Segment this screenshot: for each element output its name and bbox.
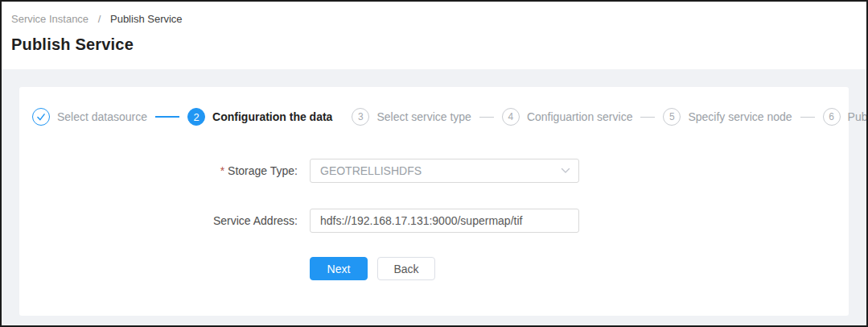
step-specify-service-node: 5 Specify service node bbox=[663, 108, 792, 126]
app-window: Service Instance / Publish Service Publi… bbox=[0, 0, 868, 327]
chevron-down-icon bbox=[561, 168, 570, 174]
step-connector bbox=[155, 116, 179, 118]
required-asterisk: * bbox=[220, 164, 224, 177]
step-configuration-the-data: 2 Configuration the data bbox=[187, 108, 332, 126]
page-header: Service Instance / Publish Service Publi… bbox=[2, 2, 866, 69]
storage-type-label-text: Storage Type: bbox=[228, 164, 298, 177]
step-number-2: 2 bbox=[187, 108, 205, 126]
breadcrumb-publish-service: Publish Service bbox=[110, 13, 183, 25]
next-button[interactable]: Next bbox=[310, 257, 368, 280]
step-connector bbox=[800, 117, 815, 118]
storage-type-label: *Storage Type: bbox=[19, 164, 310, 177]
step-connector bbox=[640, 117, 655, 118]
step-select-datasource: Select datasource bbox=[32, 108, 147, 126]
service-address-label: Service Address: bbox=[19, 214, 310, 227]
step-select-service-type: 3 Select service type bbox=[352, 108, 471, 126]
page-title: Publish Service bbox=[11, 35, 866, 54]
step-number-6: 6 bbox=[823, 108, 841, 126]
step-label-configuartion-service: Configuartion service bbox=[527, 110, 633, 123]
publish-wizard-card: Select datasource 2 Configuration the da… bbox=[19, 87, 849, 316]
form-actions: Next Back bbox=[310, 257, 849, 280]
configuration-form: *Storage Type: GEOTRELLISHDFS bbox=[19, 159, 849, 280]
step-label-select-service-type: Select service type bbox=[376, 110, 471, 123]
step-label-configuration-the-data: Configuration the data bbox=[212, 110, 332, 123]
service-address-row: Service Address: bbox=[19, 209, 849, 233]
breadcrumb: Service Instance / Publish Service bbox=[2, 2, 866, 25]
step-publish: 6 Publish bbox=[823, 108, 868, 126]
check-icon bbox=[32, 108, 50, 126]
service-address-label-text: Service Address: bbox=[213, 214, 298, 227]
storage-type-select[interactable]: GEOTRELLISHDFS bbox=[310, 159, 579, 183]
step-label-select-datasource: Select datasource bbox=[57, 110, 147, 123]
step-number-3: 3 bbox=[352, 108, 369, 126]
wizard-stepper: Select datasource 2 Configuration the da… bbox=[19, 87, 849, 126]
step-configuartion-service: 4 Configuartion service bbox=[502, 108, 633, 126]
breadcrumb-separator: / bbox=[98, 13, 101, 25]
breadcrumb-service-instance[interactable]: Service Instance bbox=[11, 13, 88, 25]
step-number-5: 5 bbox=[663, 108, 681, 126]
step-label-publish: Publish bbox=[848, 110, 868, 123]
storage-type-selected-value: GEOTRELLISHDFS bbox=[320, 164, 561, 177]
step-number-4: 4 bbox=[502, 108, 520, 126]
storage-type-row: *Storage Type: GEOTRELLISHDFS bbox=[19, 159, 849, 183]
page-body: Select datasource 2 Configuration the da… bbox=[2, 69, 866, 325]
step-label-specify-service-node: Specify service node bbox=[688, 110, 792, 123]
back-button[interactable]: Back bbox=[377, 257, 435, 280]
step-connector bbox=[334, 117, 350, 118]
step-connector bbox=[479, 117, 494, 118]
service-address-input[interactable] bbox=[310, 209, 579, 233]
